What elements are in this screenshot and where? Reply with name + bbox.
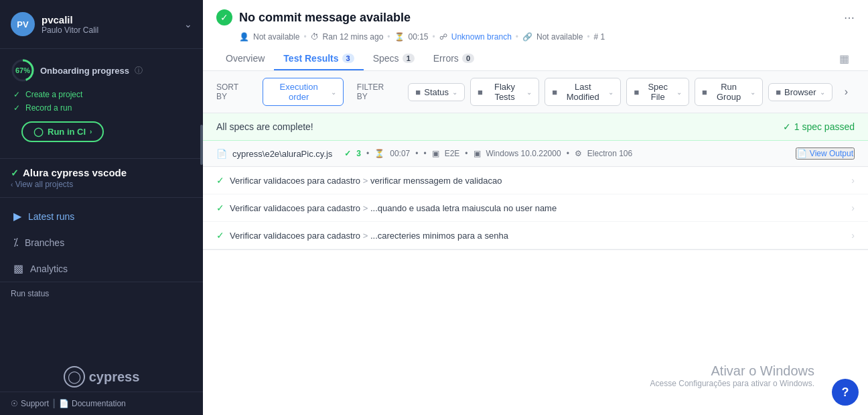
- meta-sep-3: •: [433, 32, 435, 42]
- test-arrow-icon-3: ›: [851, 230, 855, 241]
- analytics-icon: ▩: [13, 262, 23, 275]
- commit-check-icon: ✓: [216, 9, 232, 25]
- spec-meta: ✓ 3 • ⏳ 00:07 • • ▣ E2E • ▣ Windows 10.0…: [344, 149, 632, 158]
- top-bar: ✓ No commit message available ⋯ 👤 Not av…: [203, 0, 868, 71]
- cypress-logo-icon: ◯: [64, 366, 85, 388]
- filter-flaky-button[interactable]: ■ Flaky Tests ⌄: [470, 78, 539, 106]
- filter-status-button[interactable]: ■ Status ⌄: [408, 83, 465, 101]
- last-modified-chevron-icon: ⌄: [608, 88, 613, 96]
- meta-not-available-2: Not available: [536, 32, 583, 42]
- filter-bar: SORT BY Execution order ⌄ FILTER BY ■ St…: [203, 71, 868, 113]
- browser-chevron-icon: ⌄: [820, 88, 825, 96]
- scroll-handle[interactable]: [200, 125, 203, 165]
- commit-row: ✓ No commit message available ⋯: [216, 9, 855, 25]
- spec-clock-icon: ⏳: [374, 149, 384, 158]
- tabs-row: Overview Test Results 3 Specs 1 Errors 0…: [216, 47, 855, 70]
- test-check-icon-1: ✓: [216, 175, 224, 186]
- onboarding-section: 67% Onboarding progress ⓘ ✓ Create a pro…: [0, 49, 203, 159]
- sort-execution-button[interactable]: Execution order ⌄: [263, 78, 343, 106]
- filter-last-modified-button[interactable]: ■ Last Modified ⌄: [545, 78, 621, 106]
- project-name: ✓ Alura cypress vscode: [11, 167, 192, 178]
- test-row-3[interactable]: ✓ Verificar validacoes para cadastro > .…: [203, 222, 868, 249]
- filter-spec-file-button[interactable]: ■ Spec File ⌄: [626, 78, 689, 106]
- help-button[interactable]: ?: [832, 379, 859, 406]
- onboarding-item-create[interactable]: ✓ Create a project: [13, 88, 192, 101]
- sidebar-item-branches[interactable]: ⁒ Branches: [0, 229, 203, 255]
- avatar: PV: [11, 12, 35, 36]
- tab-specs-label: Specs: [373, 53, 399, 64]
- spec-meta-sep-4: •: [465, 149, 467, 158]
- tab-test-results[interactable]: Test Results 3: [274, 48, 363, 70]
- filter-browser-button[interactable]: ■ Browser ⌄: [768, 83, 833, 101]
- meta-branch[interactable]: Unknown branch: [451, 32, 512, 42]
- support-link[interactable]: ☉ Support: [11, 399, 49, 408]
- support-icon: ☉: [11, 399, 18, 408]
- filter-flaky-icon: ■: [478, 87, 483, 97]
- meta-sep-5: •: [587, 32, 589, 42]
- tab-errors[interactable]: Errors 0: [424, 48, 484, 70]
- help-icon: ?: [842, 386, 849, 400]
- run-status-label: Run status: [11, 289, 192, 298]
- test-row-2[interactable]: ✓ Verificar validacoes para cadastro > .…: [203, 194, 868, 222]
- tab-specs-badge: 1: [403, 54, 415, 63]
- specs-check-icon: ✓: [783, 121, 791, 132]
- spec-file-name: cypress\e2e\aluraPic.cy.js: [232, 149, 332, 159]
- cypress-logo: ◯ cypress: [64, 366, 140, 388]
- spec-file-icon: 📄: [216, 149, 227, 159]
- sort-chevron-icon: ⌄: [331, 88, 336, 96]
- cypress-logo-text: cypress: [89, 369, 140, 385]
- run-group-chevron-icon: ⌄: [750, 88, 755, 96]
- test-left-1: ✓ Verificar validacoes para cadastro > v…: [216, 175, 502, 186]
- user-name: pvcalil: [42, 14, 184, 25]
- test-row[interactable]: ✓ Verificar validacoes para cadastro > v…: [203, 167, 868, 194]
- user-info: pvcalil Paulo Vitor Calil: [42, 14, 184, 35]
- project-section: ✓ Alura cypress vscode ‹ View all projec…: [0, 159, 203, 198]
- run-status-section: Run status: [0, 282, 203, 309]
- onboarding-item-record[interactable]: ✓ Record a run: [13, 101, 192, 115]
- tab-overview[interactable]: Overview: [216, 48, 274, 70]
- run-in-ci-label: Run in CI: [48, 127, 86, 137]
- test-left-2: ✓ Verificar validacoes para cadastro > .…: [216, 202, 557, 213]
- test-arrow-icon-1: ›: [851, 175, 855, 186]
- meta-user-icon: 👤: [239, 32, 249, 42]
- spec-pass-check: ✓: [344, 149, 351, 158]
- spec-file-header: 📄 cypress\e2e\aluraPic.cy.js ✓ 3 • ⏳ 00:…: [203, 141, 868, 167]
- chevron-down-icon[interactable]: ⌄: [184, 19, 192, 29]
- test-name-1: Verificar validacoes para cadastro > ver…: [230, 176, 502, 186]
- onboarding-info-icon[interactable]: ⓘ: [135, 65, 143, 76]
- sidebar-footer: ☉ Support ┃ 📄 Documentation: [0, 392, 203, 415]
- spec-type-icon: ▣: [432, 149, 439, 158]
- spec-meta-sep-3: •: [423, 149, 426, 158]
- filter-run-group-button[interactable]: ■ Run Group ⌄: [695, 78, 763, 106]
- spec-browser-icon: ⚙: [575, 149, 582, 158]
- collapse-button[interactable]: ▦: [834, 47, 855, 70]
- view-all-projects-link[interactable]: ‹ View all projects: [11, 180, 192, 189]
- meta-not-available-1: Not available: [253, 32, 299, 42]
- onboarding-items: ✓ Create a project ✓ Record a run: [11, 88, 192, 115]
- sidebar-item-latest-runs[interactable]: ▶ Latest runs: [0, 203, 203, 229]
- sort-by-label: SORT BY: [216, 82, 249, 101]
- view-output-button[interactable]: 📄 View Output: [796, 147, 855, 160]
- project-name-label: Alura cypress vscode: [23, 167, 127, 178]
- check-icon-create: ✓: [13, 90, 20, 99]
- more-options-button[interactable]: ⋯: [844, 11, 855, 24]
- run-in-ci-button[interactable]: ◯ Run in CI ›: [21, 121, 104, 142]
- project-check-icon: ✓: [11, 168, 19, 178]
- meta-sep-1: •: [303, 32, 306, 42]
- meta-run: # 1: [594, 32, 605, 42]
- test-left-3: ✓ Verificar validacoes para cadastro > .…: [216, 230, 508, 241]
- sidebar-item-analytics[interactable]: ▩ Analytics: [0, 255, 203, 282]
- view-output-icon: 📄: [797, 149, 807, 158]
- sort-execution-label: Execution order: [270, 82, 327, 102]
- meta-ran: Ran 12 mins ago: [323, 32, 384, 42]
- branches-icon: ⁒: [13, 236, 18, 249]
- test-check-icon-3: ✓: [216, 230, 224, 241]
- spec-count: 3: [356, 149, 361, 158]
- flaky-chevron-icon: ⌄: [526, 88, 532, 96]
- progress-label: 67%: [15, 66, 30, 74]
- documentation-link[interactable]: 📄 Documentation: [59, 399, 126, 408]
- filter-spec-file-label: Spec File: [642, 82, 673, 102]
- tab-specs[interactable]: Specs 1: [364, 48, 424, 70]
- filter-status-icon: ■: [415, 87, 421, 97]
- filter-more-button[interactable]: ›: [838, 82, 855, 101]
